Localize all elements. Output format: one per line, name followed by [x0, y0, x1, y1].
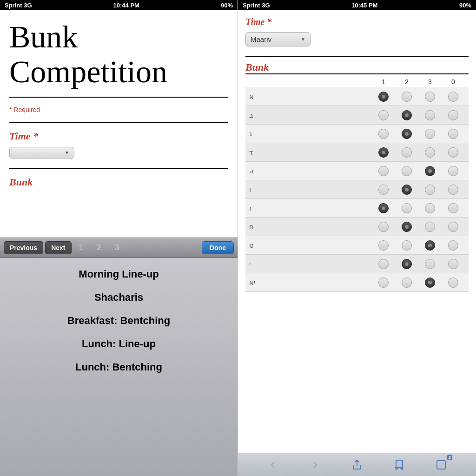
- picker-item-3[interactable]: Lunch: Line-up: [0, 332, 238, 356]
- tabs-btn[interactable]: 2: [433, 456, 450, 473]
- radio-button[interactable]: [425, 278, 435, 288]
- radio-button[interactable]: [402, 92, 412, 102]
- bunk-row-label: ב: [249, 111, 372, 119]
- bookmarks-btn[interactable]: [390, 456, 407, 473]
- keyboard-toolbar: Previous Next 1 2 3 Done: [0, 238, 238, 258]
- time-select-right[interactable]: Maariv ▼: [245, 32, 311, 46]
- radio-button[interactable]: [425, 129, 435, 139]
- bunk-row-label: ג: [249, 130, 372, 138]
- radio-button[interactable]: [448, 203, 458, 213]
- radio-button[interactable]: [402, 166, 412, 176]
- left-carrier: Sprint 3G: [5, 2, 32, 9]
- radio-group: [372, 278, 465, 288]
- share-btn[interactable]: [349, 456, 365, 473]
- col-header-0: 0: [442, 78, 465, 86]
- radio-button[interactable]: [378, 92, 389, 102]
- bunk-row: ה: [245, 162, 469, 180]
- left-main: Bunk Competition * Required Time * ▼ Bun…: [0, 10, 238, 238]
- bunk-row-label: ט: [249, 241, 372, 250]
- picker-item-0[interactable]: Morning Line-up: [0, 263, 238, 286]
- radio-button[interactable]: [378, 240, 389, 251]
- radio-button[interactable]: [378, 203, 389, 213]
- required-label: * Required: [9, 106, 228, 113]
- radio-button[interactable]: [448, 110, 458, 120]
- radio-button[interactable]: [425, 222, 435, 232]
- next-button[interactable]: Next: [45, 241, 71, 254]
- radio-button[interactable]: [425, 203, 435, 213]
- radio-cell: [418, 147, 442, 158]
- radio-button[interactable]: [425, 147, 435, 158]
- radio-group: [372, 110, 465, 120]
- picker-overlay[interactable]: Morning Line-up Shacharis Breakfast: Ben…: [0, 258, 238, 476]
- radio-group: [372, 166, 465, 176]
- radio-button[interactable]: [378, 129, 389, 139]
- radio-button[interactable]: [378, 222, 389, 232]
- dropdown-arrow-right: ▼: [301, 37, 305, 42]
- radio-button[interactable]: [402, 203, 412, 213]
- radio-button[interactable]: [402, 147, 412, 158]
- bunk-row-label: א: [249, 93, 372, 101]
- bunk-rows: אבגדהוזחטייא: [245, 87, 469, 292]
- radio-button[interactable]: [425, 110, 435, 120]
- time-dropdown-right[interactable]: Maariv ▼: [245, 32, 469, 46]
- left-time: 10:44 PM: [113, 2, 139, 9]
- radio-button[interactable]: [402, 278, 412, 288]
- radio-button[interactable]: [448, 147, 458, 158]
- radio-button[interactable]: [448, 166, 458, 176]
- bunk-row: ב: [245, 106, 469, 125]
- radio-button[interactable]: [448, 222, 458, 232]
- bunk-row: ו: [245, 180, 469, 199]
- radio-button[interactable]: [378, 110, 389, 120]
- radio-button[interactable]: [425, 92, 435, 102]
- radio-group: [372, 129, 465, 139]
- bunk-label-left: Bunk: [9, 176, 228, 188]
- radio-button[interactable]: [425, 185, 435, 195]
- bunk-label-right: Bunk: [245, 61, 469, 73]
- radio-cell: [395, 203, 418, 213]
- radio-button[interactable]: [402, 222, 412, 232]
- radio-button[interactable]: [448, 240, 458, 251]
- radio-button[interactable]: [425, 166, 435, 176]
- bunk-row-label: יא: [249, 278, 372, 287]
- radio-button[interactable]: [448, 278, 458, 288]
- picker-item-4[interactable]: Lunch: Bentching: [0, 356, 238, 379]
- radio-button[interactable]: [378, 259, 389, 269]
- radio-button[interactable]: [378, 185, 389, 195]
- radio-cell: [395, 147, 418, 158]
- radio-cell: [442, 185, 465, 195]
- radio-button[interactable]: [448, 92, 458, 102]
- bunk-row-label: י: [249, 260, 372, 268]
- radio-button[interactable]: [402, 185, 412, 195]
- radio-button[interactable]: [448, 185, 458, 195]
- radio-button[interactable]: [402, 129, 412, 139]
- radio-cell: [418, 203, 442, 213]
- right-battery: 90%: [459, 2, 471, 9]
- radio-button[interactable]: [402, 110, 412, 120]
- right-time: 10:45 PM: [351, 2, 377, 9]
- radio-cell: [442, 240, 465, 251]
- radio-button[interactable]: [378, 147, 389, 158]
- radio-button[interactable]: [425, 259, 435, 269]
- forward-btn[interactable]: [307, 456, 324, 473]
- bunk-divider: [9, 168, 228, 169]
- prev-button[interactable]: Previous: [4, 241, 43, 254]
- radio-button[interactable]: [378, 278, 389, 288]
- time-dropdown-left[interactable]: ▼: [9, 147, 228, 159]
- radio-button[interactable]: [378, 166, 389, 176]
- right-carrier: Sprint 3G: [243, 2, 270, 9]
- picker-item-1[interactable]: Shacharis: [0, 286, 238, 309]
- radio-cell: [372, 92, 395, 102]
- radio-button[interactable]: [402, 240, 412, 251]
- radio-button[interactable]: [448, 259, 458, 269]
- done-button[interactable]: Done: [202, 241, 234, 254]
- left-battery: 90%: [221, 2, 233, 9]
- radio-cell: [372, 166, 395, 176]
- radio-button[interactable]: [402, 259, 412, 269]
- radio-cell: [418, 185, 442, 195]
- radio-button[interactable]: [448, 129, 458, 139]
- time-select-left[interactable]: ▼: [9, 147, 74, 159]
- bunk-col-headers: 1 2 3 0: [245, 78, 469, 86]
- back-btn[interactable]: [264, 456, 281, 473]
- picker-item-2[interactable]: Breakfast: Bentching: [0, 309, 238, 332]
- radio-button[interactable]: [425, 240, 435, 251]
